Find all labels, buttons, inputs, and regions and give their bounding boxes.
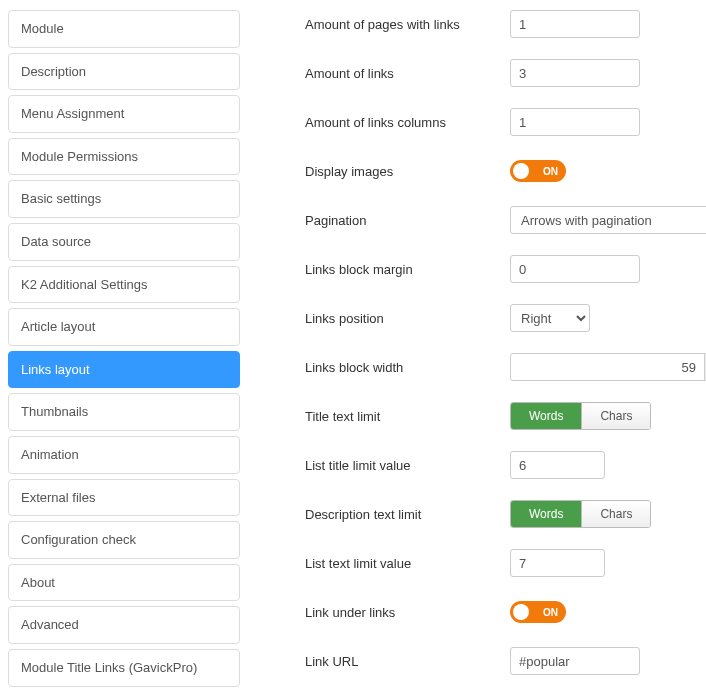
sidebar-item-links-layout[interactable]: Links layout [8, 351, 240, 389]
sidebar: ModuleDescriptionMenu AssignmentModule P… [8, 10, 240, 696]
label-block-width: Links block width [305, 360, 510, 375]
label-block-margin: Links block margin [305, 262, 510, 277]
sidebar-item-module-permissions[interactable]: Module Permissions [8, 138, 240, 176]
sidebar-item-data-source[interactable]: Data source [8, 223, 240, 261]
form-panel: Amount of pages with links Amount of lin… [240, 10, 706, 696]
label-pagination: Pagination [305, 213, 510, 228]
seg-title-chars[interactable]: Chars [582, 403, 650, 429]
toggle-display-images[interactable]: ON [510, 160, 566, 182]
sidebar-item-animation[interactable]: Animation [8, 436, 240, 474]
input-text-limit-val[interactable] [510, 549, 605, 577]
input-amount-links[interactable] [510, 59, 640, 87]
seg-desc-words[interactable]: Words [511, 501, 582, 527]
sidebar-item-thumbnails[interactable]: Thumbnails [8, 393, 240, 431]
input-link-url[interactable] [510, 647, 640, 675]
input-block-width[interactable] [510, 353, 705, 381]
sidebar-item-external-files[interactable]: External files [8, 479, 240, 517]
sidebar-item-configuration-check[interactable]: Configuration check [8, 521, 240, 559]
sidebar-item-advanced[interactable]: Advanced [8, 606, 240, 644]
sidebar-item-module[interactable]: Module [8, 10, 240, 48]
label-title-limit-val: List title limit value [305, 458, 510, 473]
sidebar-item-menu-assignment[interactable]: Menu Assignment [8, 95, 240, 133]
toggle-link-under[interactable]: ON [510, 601, 566, 623]
seg-desc-chars[interactable]: Chars [582, 501, 650, 527]
sidebar-item-article-layout[interactable]: Article layout [8, 308, 240, 346]
label-display-images: Display images [305, 164, 510, 179]
label-link-under: Link under links [305, 605, 510, 620]
sidebar-item-basic-settings[interactable]: Basic settings [8, 180, 240, 218]
seg-title-words[interactable]: Words [511, 403, 582, 429]
input-amount-pages[interactable] [510, 10, 640, 38]
label-amount-pages: Amount of pages with links [305, 17, 510, 32]
input-amount-cols[interactable] [510, 108, 640, 136]
label-desc-limit: Description text limit [305, 507, 510, 522]
sidebar-item-module-title-links[interactable]: Module Title Links (GavickPro) [8, 649, 240, 687]
label-position: Links position [305, 311, 510, 326]
input-title-limit-val[interactable] [510, 451, 605, 479]
seg-desc-limit: WordsChars [510, 500, 651, 528]
select-position[interactable]: Right [510, 304, 590, 332]
label-amount-links: Amount of links [305, 66, 510, 81]
seg-title-limit: WordsChars [510, 402, 651, 430]
input-block-margin[interactable] [510, 255, 640, 283]
select-pagination[interactable]: Arrows with pagination [510, 206, 706, 234]
sidebar-item-about[interactable]: About [8, 564, 240, 602]
label-title-limit: Title text limit [305, 409, 510, 424]
sidebar-item-k2-additional-settings[interactable]: K2 Additional Settings [8, 266, 240, 304]
label-text-limit-val: List text limit value [305, 556, 510, 571]
label-link-url: Link URL [305, 654, 510, 669]
sidebar-item-description[interactable]: Description [8, 53, 240, 91]
label-amount-cols: Amount of links columns [305, 115, 510, 130]
